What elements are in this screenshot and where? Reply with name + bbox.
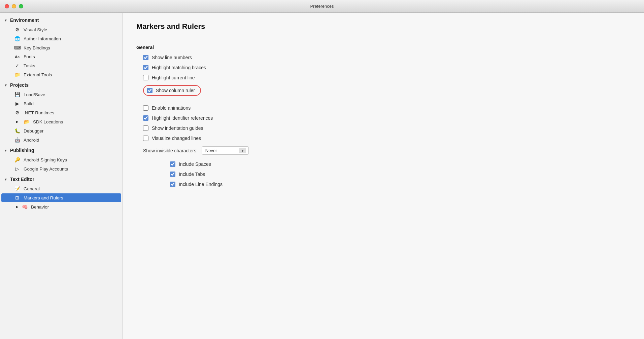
include-line-endings-checkbox[interactable]: [170, 182, 175, 187]
maximize-button[interactable]: [19, 4, 23, 8]
highlight-current-line-label[interactable]: Highlight current line: [152, 75, 195, 80]
android-icon: 🤖: [14, 137, 20, 143]
sidebar-item-fonts[interactable]: Aa Fonts: [1, 52, 121, 61]
tasks-icon: ✓: [14, 63, 20, 68]
projects-arrow: ▼: [4, 83, 7, 87]
sidebar-item-android[interactable]: 🤖 Android: [1, 136, 121, 144]
text-editor-arrow: ▼: [4, 178, 7, 181]
show-line-numbers-label[interactable]: Show line numbers: [152, 55, 192, 60]
highlight-current-line-checkbox[interactable]: [143, 75, 148, 80]
markers-rulers-icon: ⊞: [14, 195, 20, 200]
enable-animations-label[interactable]: Enable animations: [152, 105, 191, 111]
sidebar-item-build[interactable]: ▶ Build: [1, 99, 121, 108]
sidebar-section-text-editor[interactable]: ▼ Text Editor: [0, 175, 123, 184]
key-bindings-label: Key Bindings: [24, 45, 50, 50]
window-controls[interactable]: [5, 4, 23, 8]
page-title: Markers and Rulers: [136, 22, 631, 31]
sidebar-section-projects[interactable]: ▼ Projects: [0, 80, 123, 90]
highlight-matching-braces-checkbox[interactable]: [143, 65, 148, 70]
general-label: General: [24, 186, 40, 191]
include-tabs-checkbox[interactable]: [170, 172, 175, 177]
show-column-ruler-label[interactable]: Show column ruler: [156, 88, 195, 93]
android-signing-icon: 🔑: [14, 157, 20, 162]
show-line-numbers-row: Show line numbers: [143, 55, 631, 60]
content-area: Markers and Rulers General Show line num…: [123, 13, 644, 339]
sidebar-item-general[interactable]: 📝 General: [1, 184, 121, 193]
enable-animations-row: Enable animations: [143, 105, 631, 111]
visualize-changed-lines-label[interactable]: Visualize changed lines: [152, 136, 201, 141]
visual-style-label: Visual Style: [24, 27, 47, 32]
author-info-icon: 🌐: [14, 36, 20, 41]
visual-style-icon: ⚙: [14, 27, 20, 32]
load-save-label: Load/Save: [24, 92, 45, 97]
sidebar-item-google-play-accounts[interactable]: ▷ Google Play Accounts: [1, 164, 121, 173]
general-section-label: General: [136, 45, 631, 50]
sidebar-item-net-runtimes[interactable]: ⚙ .NET Runtimes: [1, 108, 121, 117]
include-line-endings-label[interactable]: Include Line Endings: [179, 182, 223, 187]
author-info-label: Author Information: [24, 36, 61, 41]
highlight-identifier-references-label[interactable]: Highlight identifier references: [152, 115, 213, 121]
debugger-icon: 🐛: [14, 128, 20, 134]
sidebar-item-markers-and-rulers[interactable]: ⊞ Markers and Rulers: [1, 193, 121, 202]
key-bindings-icon: ⌨: [14, 45, 20, 50]
sdk-locations-label: SDK Locations: [33, 119, 63, 124]
sidebar-item-key-bindings[interactable]: ⌨ Key Bindings: [1, 43, 121, 52]
include-group: Include Spaces Include Tabs Include Line…: [170, 161, 631, 187]
minimize-button[interactable]: [12, 4, 16, 8]
external-tools-icon: 📁: [14, 72, 20, 77]
enable-animations-checkbox[interactable]: [143, 105, 148, 111]
highlight-matching-braces-label[interactable]: Highlight matching braces: [152, 65, 206, 70]
sidebar-item-tasks[interactable]: ✓ Tasks: [1, 61, 121, 70]
text-editor-label: Text Editor: [10, 177, 34, 182]
visualize-changed-lines-checkbox[interactable]: [143, 136, 148, 141]
build-label: Build: [24, 101, 34, 106]
titlebar: Preferences: [0, 0, 644, 13]
window-title: Preferences: [310, 4, 334, 9]
highlight-current-line-row: Highlight current line: [143, 75, 631, 80]
external-tools-label: External Tools: [24, 72, 52, 77]
sidebar-item-author-information[interactable]: 🌐 Author Information: [1, 34, 121, 43]
google-play-label: Google Play Accounts: [24, 166, 68, 172]
show-column-ruler-checkbox[interactable]: [147, 88, 152, 93]
sidebar-item-external-tools[interactable]: 📁 External Tools: [1, 70, 121, 79]
net-runtimes-icon: ⚙: [14, 110, 20, 115]
include-spaces-row: Include Spaces: [170, 161, 631, 167]
visualize-changed-lines-row: Visualize changed lines: [143, 136, 631, 141]
sidebar-item-android-signing-keys[interactable]: 🔑 Android Signing Keys: [1, 155, 121, 164]
sidebar-section-environment[interactable]: ▼ Environment: [0, 15, 123, 25]
invisible-chars-row: Show invisible characters: Never Always …: [143, 146, 631, 155]
include-spaces-label[interactable]: Include Spaces: [179, 161, 211, 167]
sidebar-item-visual-style[interactable]: ⚙ Visual Style: [1, 25, 121, 34]
sidebar-item-behavior[interactable]: ▶ 🧠 Behavior: [1, 202, 121, 211]
sidebar-section-publishing[interactable]: ▼ Publishing: [0, 146, 123, 155]
include-tabs-label[interactable]: Include Tabs: [179, 172, 205, 177]
show-indentation-guides-checkbox[interactable]: [143, 125, 148, 131]
publishing-arrow: ▼: [4, 149, 7, 152]
invisible-chars-select-wrapper: Never Always Only in selection ▼: [202, 146, 249, 155]
highlight-identifier-references-checkbox[interactable]: [143, 115, 148, 121]
debugger-label: Debugger: [24, 128, 43, 134]
load-save-icon: 💾: [14, 92, 20, 97]
fonts-label: Fonts: [24, 54, 35, 59]
invisible-chars-select[interactable]: Never Always Only in selection: [202, 146, 249, 155]
android-label: Android: [24, 138, 39, 143]
sidebar-item-sdk-locations[interactable]: ▶ 📂 SDK Locations: [1, 117, 121, 126]
android-signing-label: Android Signing Keys: [24, 157, 67, 162]
sidebar-item-load-save[interactable]: 💾 Load/Save: [1, 90, 121, 99]
build-icon: ▶: [14, 101, 20, 106]
show-indentation-guides-label[interactable]: Show indentation guides: [152, 125, 203, 131]
include-spaces-checkbox[interactable]: [170, 161, 175, 167]
environment-label: Environment: [10, 17, 39, 23]
sidebar: ▼ Environment ⚙ Visual Style 🌐 Author In…: [0, 13, 123, 339]
show-line-numbers-checkbox[interactable]: [143, 55, 148, 60]
sdk-locations-icon: 📂: [24, 119, 30, 124]
invisible-chars-label: Show invisible characters:: [143, 148, 198, 153]
show-indentation-guides-row: Show indentation guides: [143, 125, 631, 131]
close-button[interactable]: [5, 4, 9, 8]
behavior-label: Behavior: [31, 204, 49, 210]
net-runtimes-label: .NET Runtimes: [24, 110, 54, 115]
sidebar-item-debugger[interactable]: 🐛 Debugger: [1, 126, 121, 135]
publishing-label: Publishing: [10, 148, 34, 153]
tasks-label: Tasks: [24, 63, 35, 68]
main-container: ▼ Environment ⚙ Visual Style 🌐 Author In…: [0, 13, 644, 339]
